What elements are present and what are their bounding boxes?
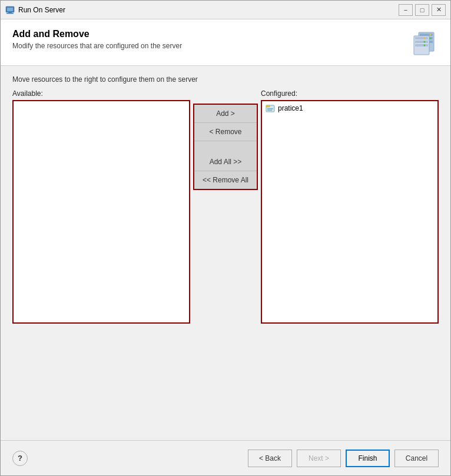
svg-point-14	[424, 38, 426, 39]
maximize-button[interactable]: □	[415, 4, 429, 16]
svg-rect-19	[267, 108, 273, 109]
configured-label: Configured:	[261, 89, 439, 98]
svg-rect-11	[415, 37, 428, 39]
available-label: Available:	[12, 89, 190, 98]
title-bar: Run On Server − □ ✕	[1, 1, 450, 19]
transfer-buttons-group: Add > < Remove Add All >> << Remove All	[190, 89, 261, 190]
content-area: Move resources to the right to configure…	[1, 66, 450, 440]
header-icon	[410, 29, 439, 57]
available-column: Available:	[12, 89, 190, 324]
button-spacer	[194, 141, 257, 153]
svg-rect-12	[415, 41, 428, 43]
finish-button[interactable]: Finish	[346, 450, 390, 467]
app-icon	[5, 5, 15, 15]
header-section: Add and Remove Modify the resources that…	[1, 19, 450, 66]
project-icon	[266, 104, 275, 113]
configured-column: Configured: pratice1	[261, 89, 439, 324]
svg-rect-13	[415, 44, 428, 46]
minimize-button[interactable]: −	[399, 4, 413, 16]
svg-point-15	[424, 41, 426, 43]
window-title: Run On Server	[18, 6, 399, 14]
cancel-button[interactable]: Cancel	[394, 450, 439, 467]
instruction-text: Move resources to the right to configure…	[12, 75, 439, 84]
close-button[interactable]: ✕	[432, 4, 446, 16]
footer-left: ?	[12, 451, 28, 466]
svg-rect-1	[7, 8, 13, 11]
page-title: Add and Remove	[12, 29, 182, 39]
add-all-button[interactable]: Add All >>	[194, 153, 257, 171]
button-group-border: Add > < Remove Add All >> << Remove All	[193, 104, 258, 190]
svg-point-9	[430, 38, 432, 39]
remove-button[interactable]: < Remove	[194, 123, 257, 141]
footer-right: < Back Next > Finish Cancel	[248, 450, 439, 467]
help-button[interactable]: ?	[12, 451, 28, 466]
available-list[interactable]	[12, 100, 190, 324]
run-on-server-window: Run On Server − □ ✕ Add and Remove Modif…	[0, 0, 451, 476]
header-text: Add and Remove Modify the resources that…	[12, 29, 182, 50]
page-description: Modify the resources that are configured…	[12, 42, 182, 50]
window-controls: − □ ✕	[399, 4, 446, 16]
columns-layout: Available: Add > < Remove Add All >> << …	[12, 89, 439, 431]
list-item[interactable]: pratice1	[262, 101, 437, 115]
add-button[interactable]: Add >	[194, 105, 257, 123]
svg-rect-18	[266, 105, 270, 107]
svg-rect-3	[8, 12, 12, 14]
configured-item-name: pratice1	[278, 104, 303, 112]
svg-rect-20	[267, 110, 272, 111]
configured-list[interactable]: pratice1	[261, 100, 439, 324]
footer: ? < Back Next > Finish Cancel	[1, 440, 450, 475]
back-button[interactable]: < Back	[248, 450, 292, 467]
next-button[interactable]: Next >	[297, 450, 341, 467]
remove-all-button[interactable]: << Remove All	[194, 171, 257, 189]
svg-point-16	[424, 45, 426, 46]
svg-point-8	[430, 34, 432, 36]
